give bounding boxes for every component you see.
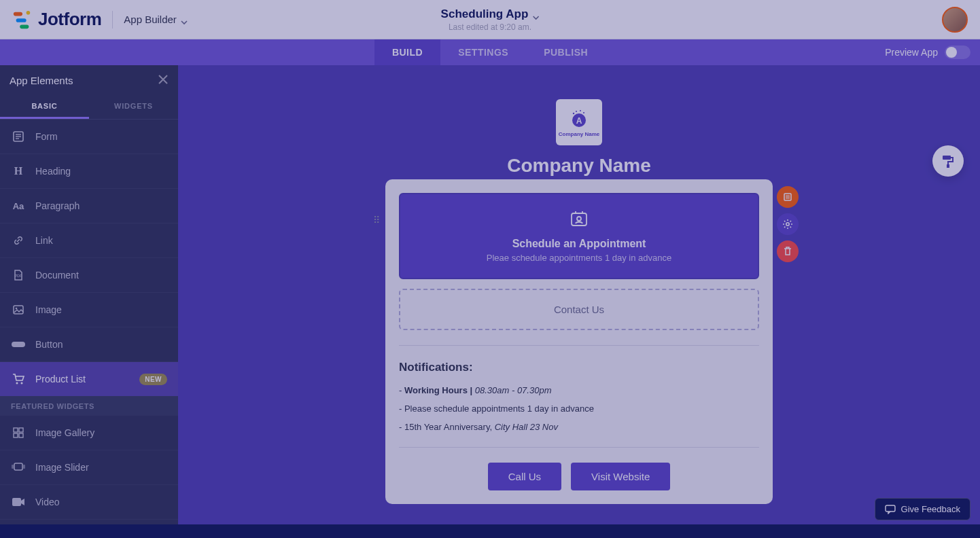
give-feedback-button[interactable]: Give Feedback — [875, 498, 970, 520]
main-area: App Elements BASIC WIDGETS Form H Headin… — [0, 65, 980, 524]
svg-rect-3 — [27, 10, 31, 14]
company-name-heading[interactable]: Company Name — [507, 155, 651, 177]
element-label: Product List — [35, 374, 86, 384]
element-video[interactable]: Video — [0, 485, 178, 520]
company-logo[interactable]: A Company Name — [556, 99, 602, 145]
app-title-dropdown[interactable]: Scheduling App — [441, 7, 540, 21]
link-icon — [11, 233, 26, 248]
top-header: Jotform App Builder Scheduling App Last … — [0, 0, 980, 39]
visit-website-button[interactable]: Visit Website — [571, 463, 670, 490]
form-icon — [11, 129, 26, 144]
sidebar-tabs: BASIC WIDGETS — [0, 95, 178, 120]
sidebar-header: App Elements — [0, 65, 178, 95]
call-us-button[interactable]: Call Us — [488, 463, 561, 490]
element-button[interactable]: Button — [0, 327, 178, 362]
contact-card-icon — [570, 209, 589, 228]
chevron-down-icon — [181, 16, 188, 23]
element-label: Button — [35, 339, 63, 350]
app-builder-label: App Builder — [124, 14, 177, 25]
brand-logo[interactable]: Jotform — [12, 9, 101, 30]
company-logo-icon: A — [568, 108, 590, 130]
element-link[interactable]: Link — [0, 223, 178, 258]
svg-rect-21 — [12, 498, 21, 506]
tab-publish[interactable]: PUBLISH — [526, 39, 606, 65]
element-label: Form — [35, 131, 58, 142]
svg-point-10 — [16, 308, 18, 310]
notifications-heading: Notifications: — [399, 361, 759, 374]
svg-rect-14 — [14, 428, 18, 432]
svg-rect-28 — [943, 156, 951, 160]
contact-us-label: Contact Us — [554, 304, 604, 315]
edit-theme-button[interactable] — [932, 145, 964, 177]
svg-point-27 — [583, 111, 584, 113]
app-builder-dropdown[interactable]: App Builder — [124, 14, 188, 25]
gallery-icon — [11, 425, 26, 440]
schedule-subtitle: Pleae schedule appointments 1 day in adv… — [415, 253, 743, 263]
slider-icon — [11, 460, 26, 475]
card-action-delete[interactable] — [777, 240, 799, 262]
element-image-gallery[interactable]: Image Gallery — [0, 416, 178, 450]
tab-build[interactable]: BUILD — [374, 39, 440, 65]
svg-rect-17 — [19, 433, 23, 437]
element-label: Image — [35, 304, 62, 315]
element-label: Image Slider — [35, 462, 89, 473]
svg-rect-1 — [16, 18, 27, 22]
last-edited-text: Last edited at 9:20 am. — [441, 22, 540, 32]
contact-us-card[interactable]: Contact Us — [399, 289, 759, 330]
tab-settings[interactable]: SETTINGS — [440, 39, 526, 65]
header-divider — [112, 11, 113, 29]
element-label: Document — [35, 270, 79, 281]
card-action-properties[interactable] — [777, 186, 799, 208]
svg-rect-0 — [14, 12, 22, 16]
element-form[interactable]: Form — [0, 120, 178, 154]
svg-rect-16 — [14, 433, 18, 437]
svg-rect-39 — [886, 505, 895, 512]
preview-app-toggle[interactable]: Preview App — [885, 46, 970, 59]
svg-point-25 — [576, 111, 577, 112]
chat-icon — [885, 505, 896, 514]
element-document[interactable]: PDF Document — [0, 258, 178, 293]
heading-icon: H — [11, 164, 26, 179]
schedule-appointment-card[interactable]: Schedule an Appointment Pleae schedule a… — [399, 193, 759, 279]
element-image-slider[interactable]: Image Slider — [0, 450, 178, 485]
svg-rect-18 — [14, 463, 22, 470]
new-badge: NEW — [139, 374, 167, 385]
element-product-list[interactable]: Product List NEW — [0, 362, 178, 397]
brand-name: Jotform — [38, 9, 101, 30]
schedule-title: Schedule an Appointment — [415, 238, 743, 250]
close-icon[interactable] — [158, 73, 169, 88]
svg-point-24 — [573, 112, 574, 113]
element-label: Paragraph — [35, 200, 80, 211]
element-label: Video — [35, 497, 60, 507]
featured-widgets-label: FEATURED WIDGETS — [0, 397, 178, 416]
app-title: Scheduling App — [441, 7, 529, 21]
toggle-switch[interactable] — [945, 46, 970, 59]
trash-icon — [783, 246, 792, 257]
notification-line: - 15th Year Anniversary, City Hall 23 No… — [399, 422, 759, 432]
sidebar-tab-widgets[interactable]: WIDGETS — [89, 95, 178, 119]
svg-rect-2 — [20, 24, 29, 29]
drag-handle-icon[interactable]: ⠿ — [373, 215, 380, 226]
svg-rect-15 — [19, 428, 23, 432]
button-icon — [11, 337, 26, 352]
card-action-settings[interactable] — [777, 213, 799, 235]
element-paragraph[interactable]: Aa Paragraph — [0, 189, 178, 223]
builder-canvas: A Company Name Company Name ⠿ — [178, 65, 980, 524]
image-icon — [11, 302, 26, 317]
element-label: Image Gallery — [35, 427, 94, 438]
element-heading[interactable]: H Heading — [0, 154, 178, 189]
sidebar-tab-basic[interactable]: BASIC — [0, 95, 89, 119]
chevron-down-icon — [532, 11, 539, 18]
header-right — [942, 7, 968, 33]
gear-icon — [782, 219, 793, 230]
elements-list: Form H Heading Aa Paragraph Link PDF Doc… — [0, 120, 178, 524]
element-label: Link — [35, 235, 53, 246]
user-avatar[interactable] — [942, 7, 968, 33]
list-icon — [782, 192, 793, 202]
svg-rect-35 — [572, 213, 587, 226]
svg-point-34 — [786, 223, 789, 226]
divider — [399, 447, 759, 448]
elements-sidebar: App Elements BASIC WIDGETS Form H Headin… — [0, 65, 178, 524]
notification-line: - Please schedule appointments 1 day in … — [399, 404, 759, 414]
element-image[interactable]: Image — [0, 293, 178, 327]
